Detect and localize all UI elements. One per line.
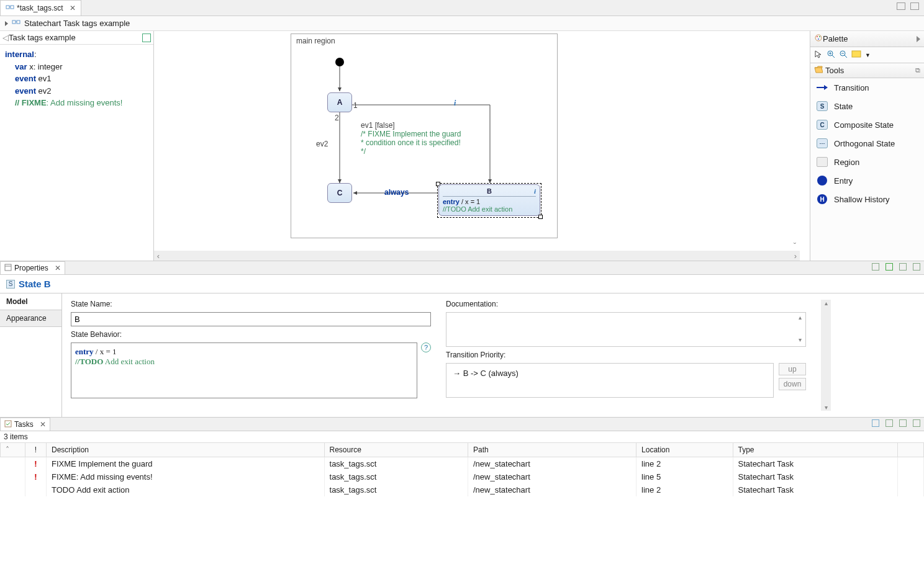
maximize-view-icon[interactable] [913,263,920,271]
svg-point-9 [815,35,822,41]
minimize-view-icon[interactable] [899,419,907,427]
state-behavior-label: State Behavior: [71,330,431,339]
horizontal-scrollbar[interactable]: ‹ › [154,251,800,261]
scroll-right-icon[interactable]: › [791,251,800,261]
scroll-up-icon[interactable]: ▴ [795,314,804,323]
palette-header[interactable]: Palette [810,31,924,47]
zoom-in-icon[interactable] [827,50,835,60]
state-badge-icon: S [6,280,15,289]
documentation-input[interactable]: ▴ ▾ [446,312,806,347]
minimize-icon[interactable] [897,2,905,10]
svg-rect-3 [12,20,16,24]
folder-open-icon [814,66,823,75]
view-action-icon[interactable] [872,263,879,271]
tasks-view: Tasks ✕ 3 items ! Description Resource P… [0,417,924,496]
vertical-scrollbar[interactable]: ˇ [790,31,800,251]
scroll-down-icon[interactable]: ▾ [795,336,804,345]
svg-rect-22 [5,264,11,271]
help-icon[interactable]: ? [421,342,431,352]
col-path[interactable]: Path [468,443,636,457]
documentation-label: Documentation: [446,300,806,308]
properties-tab[interactable]: Properties ✕ [0,261,65,274]
definition-code[interactable]: internal: var x: integer event ev1 event… [0,45,153,113]
priority-up-button[interactable]: up [779,363,806,375]
palette-category-tools[interactable]: Tools ⧉ [810,63,924,78]
toolbar-box-icon[interactable] [142,34,151,42]
info-icon[interactable]: i [534,187,536,195]
tasks-table: ! Description Resource Path Location Typ… [0,442,924,496]
state-b[interactable]: B i entry / x = 1 //TODO Add exit action [438,184,540,216]
transition-label-ev2[interactable]: ev2 [316,140,328,148]
col-resource[interactable]: Resource [324,443,468,457]
scroll-down-icon[interactable]: ˇ [794,241,796,251]
transition-priority-list[interactable]: → B -> C (always) [446,363,774,398]
palette: Palette ▼ Tools ⧉ Transition S State C C… [810,31,924,261]
arrow-right-icon: → [453,369,463,378]
col-location[interactable]: Location [636,443,733,457]
properties-title: State B [19,279,51,289]
tab-appearance[interactable]: Appearance [0,310,61,327]
table-row[interactable]: !FIXME: Add missing events!task_tags.sct… [1,470,924,483]
svg-rect-0 [6,6,9,9]
properties-icon [4,264,12,273]
palette-item-orthogonal-state[interactable]: --- Orthogonal State [810,134,924,153]
state-name-label: State Name: [71,300,431,308]
tasks-icon [4,420,12,429]
palette-item-region[interactable]: Region [810,153,924,171]
properties-scrollbar[interactable]: ▴▾ [821,300,831,411]
state-a[interactable]: A [327,92,352,112]
state-c[interactable]: C [327,183,352,203]
transition-icon [815,82,829,93]
state-name-input[interactable] [71,312,431,326]
dropdown-arrow-icon[interactable]: ▼ [865,52,871,58]
palette-item-shallow-history[interactable]: H Shallow History [810,190,924,208]
editor-tab[interactable]: *task_tags.sct ✕ [0,0,81,16]
tasks-tab[interactable]: Tasks ✕ [0,418,50,431]
priority-down-button[interactable]: down [779,378,806,390]
minimize-view-icon[interactable] [899,263,907,271]
close-tab-icon[interactable]: ✕ [70,4,76,12]
col-description[interactable]: Description [47,443,325,457]
diagram-canvas[interactable]: main region A C B i [154,31,924,261]
palette-icon [814,34,823,44]
transition-priority-2: 2 [335,114,339,122]
zoom-out-icon[interactable] [839,50,848,60]
table-row[interactable]: !FIXME Implement the guardtask_tags.sct/… [1,457,924,471]
select-tool-icon[interactable] [814,50,823,60]
statechart-file-icon [6,3,14,14]
palette-item-composite-state[interactable]: C Composite State [810,115,924,134]
definition-title: Task tags example [9,33,76,42]
info-icon[interactable]: i [454,99,456,108]
tab-model[interactable]: Model [0,293,61,310]
editor-tab-title: *task_tags.sct [17,4,63,12]
maximize-view-icon[interactable] [913,419,920,427]
pin-view-icon[interactable] [886,263,893,271]
breadcrumb-expand-icon[interactable] [5,21,8,26]
transition-label-ev1[interactable]: ev1 [false] /* FIXME Implement the guard… [361,121,461,156]
note-tool-icon[interactable] [851,50,861,60]
transition-label-always[interactable]: always [384,188,409,197]
region-label: main region [296,37,335,45]
palette-item-state[interactable]: S State [810,97,924,115]
transition-priority-label: Transition Priority: [446,351,806,359]
svg-rect-20 [852,51,861,57]
state-behavior-editor[interactable]: entry / x = 1 //TODO Add exit action [71,342,417,398]
maximize-icon[interactable] [910,2,919,10]
palette-item-transition[interactable]: Transition [810,78,924,97]
view-menu-icon[interactable] [886,419,893,427]
initial-state[interactable] [335,58,344,66]
close-view-icon[interactable]: ✕ [55,264,61,272]
close-view-icon[interactable]: ✕ [40,420,46,429]
svg-point-10 [817,36,818,37]
pin-icon[interactable]: ⧉ [915,66,920,74]
palette-collapse-icon[interactable] [917,36,920,42]
svg-rect-1 [11,6,14,9]
palette-item-entry[interactable]: Entry [810,171,924,190]
col-expand[interactable] [1,443,25,457]
table-row[interactable]: TODO Add exit actiontask_tags.sct/new_st… [1,483,924,496]
col-priority[interactable]: ! [25,443,47,457]
filter-icon[interactable] [872,419,879,427]
definition-header: ◁ Task tags example [0,31,153,45]
scroll-left-icon[interactable]: ‹ [154,251,163,261]
col-type[interactable]: Type [733,443,897,457]
